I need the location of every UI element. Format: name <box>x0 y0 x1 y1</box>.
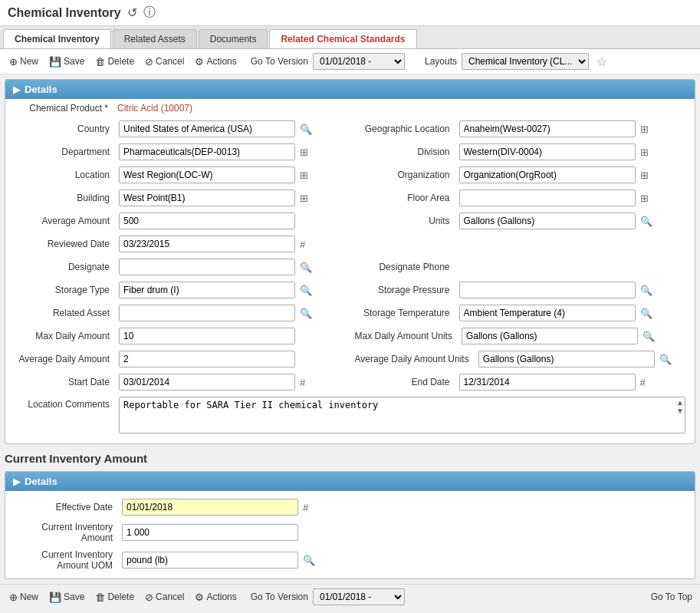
avg-daily-amount-input[interactable] <box>119 351 295 367</box>
scroll-down-icon[interactable]: ▼ <box>676 407 684 415</box>
collapse-icon[interactable]: ▶ <box>13 84 20 95</box>
related-asset-input[interactable] <box>119 305 295 321</box>
effective-date-input[interactable] <box>122 499 298 516</box>
department-input[interactable] <box>119 143 295 160</box>
bottom-save-button[interactable]: 💾 Save <box>46 590 87 605</box>
bottom-goto-version-select[interactable]: 01/01/2018 - <box>313 588 405 605</box>
country-input[interactable] <box>119 120 295 137</box>
tab-related-assets[interactable]: Related Assets <box>113 29 197 48</box>
organization-grid-icon[interactable]: ⊞ <box>640 170 649 181</box>
storage-temp-input[interactable] <box>459 305 636 321</box>
department-grid-icon[interactable]: ⊞ <box>300 147 308 158</box>
max-daily-units-search-icon[interactable]: 🔍 <box>642 331 655 342</box>
current-inv-amount-label: Current InventoryAmount <box>18 522 117 543</box>
organization-row: Organization ⊞ <box>350 163 691 186</box>
designate-search-icon[interactable]: 🔍 <box>300 262 312 273</box>
goto-top-button[interactable]: Go To Top <box>651 592 692 602</box>
avg-daily-amount-label: Average Daily Amount <box>15 354 114 364</box>
tab-bar: Chemical Inventory Related Assets Docume… <box>0 26 700 49</box>
avg-daily-units-input[interactable] <box>478 351 655 367</box>
geo-location-label: Geographic Location <box>355 124 455 134</box>
storage-type-row: Storage Type 🔍 <box>10 278 350 302</box>
floor-area-input[interactable] <box>459 190 636 206</box>
end-date-input[interactable] <box>459 374 636 391</box>
current-inv-amount-input[interactable] <box>122 524 298 541</box>
location-comments-textarea[interactable] <box>119 397 685 433</box>
building-grid-icon[interactable]: ⊞ <box>300 193 308 204</box>
favorite-icon[interactable]: ☆ <box>596 54 607 69</box>
storage-type-input[interactable] <box>119 282 295 298</box>
location-label: Location <box>15 170 114 180</box>
goto-version-select[interactable]: 01/01/2018 - <box>313 53 405 70</box>
layouts-select[interactable]: Chemical Inventory (CL... <box>462 53 589 70</box>
max-daily-units-input[interactable] <box>462 328 638 344</box>
bottom-actions-icon: ⚙ <box>195 592 204 603</box>
division-grid-icon[interactable]: ⊞ <box>640 147 649 158</box>
bottom-delete-button[interactable]: 🗑 Delete <box>92 590 137 605</box>
bottom-new-button[interactable]: ⊕ New <box>6 590 41 605</box>
designate-input[interactable] <box>119 259 295 275</box>
units-input[interactable] <box>459 213 636 229</box>
designate-label: Designate <box>15 262 114 272</box>
storage-pressure-search-icon[interactable]: 🔍 <box>640 285 652 296</box>
current-inv-uom-search-icon[interactable]: 🔍 <box>303 555 315 566</box>
delete-button[interactable]: 🗑 Delete <box>92 54 137 69</box>
reviewed-date-input[interactable] <box>119 236 295 252</box>
floor-area-grid-icon[interactable]: ⊞ <box>640 193 649 204</box>
tab-documents[interactable]: Documents <box>199 29 268 48</box>
current-inventory-title: Current Inventory Amount <box>0 449 700 466</box>
geo-location-grid-icon[interactable]: ⊞ <box>640 124 649 135</box>
building-input[interactable] <box>119 190 295 206</box>
organization-input[interactable] <box>459 166 636 183</box>
bottom-actions-button[interactable]: ⚙ Actions <box>192 590 239 605</box>
storage-type-search-icon[interactable]: 🔍 <box>300 285 312 296</box>
bottom-cancel-button[interactable]: ⊘ Cancel <box>142 590 187 605</box>
chemical-product-value: Citric Acid (10007) <box>117 103 192 114</box>
division-row: Division ⊞ <box>350 140 691 163</box>
location-input[interactable] <box>119 166 295 183</box>
average-amount-input[interactable] <box>119 213 295 229</box>
related-asset-row: Related Asset 🔍 <box>10 302 350 325</box>
reviewed-date-calendar-icon[interactable]: # <box>300 239 305 250</box>
bottom-delete-icon: 🗑 <box>95 592 105 603</box>
page-title: Chemical Inventory <box>8 6 121 20</box>
tab-related-chemical-standards[interactable]: Related Chemical Standards <box>269 29 416 48</box>
related-asset-search-icon[interactable]: 🔍 <box>300 308 312 319</box>
new-button[interactable]: ⊕ New <box>6 54 41 69</box>
start-date-input[interactable] <box>119 374 295 391</box>
cancel-icon: ⊘ <box>145 56 153 68</box>
avg-daily-amount-row: Average Daily Amount <box>10 348 350 371</box>
current-inventory-collapse-icon[interactable]: ▶ <box>13 476 20 487</box>
max-daily-amount-input[interactable] <box>119 328 295 344</box>
save-button[interactable]: 💾 Save <box>46 54 87 69</box>
geo-location-input[interactable] <box>459 120 636 137</box>
storage-pressure-input[interactable] <box>459 282 636 298</box>
refresh-icon[interactable]: ↺ <box>127 5 137 20</box>
tab-chemical-inventory[interactable]: Chemical Inventory <box>3 29 111 48</box>
country-search-icon[interactable]: 🔍 <box>300 124 312 135</box>
effective-date-label: Effective Date <box>18 502 117 512</box>
department-row: Department ⊞ <box>10 140 350 163</box>
info-icon[interactable]: ⓘ <box>143 5 156 21</box>
empty-row-1 <box>350 232 691 255</box>
start-date-calendar-icon[interactable]: # <box>300 377 305 388</box>
actions-button[interactable]: ⚙ Actions <box>192 54 239 69</box>
current-inv-uom-label: Current InventoryAmount UOM <box>18 549 117 571</box>
effective-date-calendar-icon[interactable]: # <box>303 502 308 513</box>
scroll-up-icon[interactable]: ▲ <box>676 398 684 407</box>
current-inventory-form: Effective Date # Current InventoryAmount… <box>5 491 695 578</box>
division-label: Division <box>355 147 455 157</box>
end-date-calendar-icon[interactable]: # <box>640 377 646 388</box>
bottom-toolbar: ⊕ New 💾 Save 🗑 Delete ⊘ Cancel ⚙ Actions… <box>0 584 700 609</box>
cancel-button[interactable]: ⊘ Cancel <box>142 54 187 69</box>
division-input[interactable] <box>459 143 636 160</box>
units-search-icon[interactable]: 🔍 <box>640 216 652 227</box>
current-inv-uom-input[interactable] <box>122 552 298 569</box>
location-grid-icon[interactable]: ⊞ <box>300 170 308 181</box>
storage-temp-search-icon[interactable]: 🔍 <box>640 308 652 319</box>
details-header: ▶ Details <box>5 80 695 99</box>
units-row: Units 🔍 <box>350 209 691 232</box>
top-toolbar: ⊕ New 💾 Save 🗑 Delete ⊘ Cancel ⚙ Actions… <box>0 49 700 74</box>
avg-daily-units-search-icon[interactable]: 🔍 <box>659 354 672 365</box>
goto-version-label: Go To Version <box>251 56 308 67</box>
